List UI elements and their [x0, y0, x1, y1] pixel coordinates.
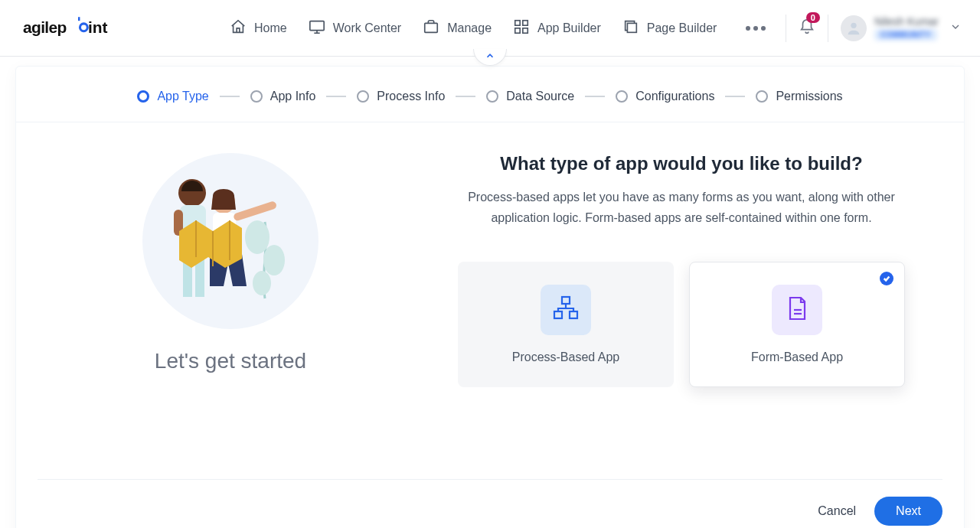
- process-icon: [552, 295, 580, 325]
- step-separator: [456, 96, 475, 97]
- step-configurations[interactable]: Configurations: [616, 90, 714, 103]
- nav-home[interactable]: Home: [230, 18, 287, 38]
- svg-rect-3: [78, 17, 80, 21]
- nav-home-label: Home: [254, 21, 287, 35]
- svg-rect-5: [425, 23, 438, 32]
- nav-more[interactable]: [741, 21, 770, 35]
- user-menu[interactable]: Nilesh Kumar COMMUNITY: [841, 15, 962, 41]
- svg-point-13: [263, 245, 285, 275]
- svg-rect-24: [554, 311, 562, 318]
- step-indicator-icon: [486, 90, 498, 103]
- svg-rect-8: [515, 28, 520, 32]
- step-label: Process Info: [377, 90, 445, 103]
- step-separator: [725, 96, 745, 97]
- user-tag: COMMUNITY: [874, 29, 937, 41]
- svg-rect-22: [233, 200, 277, 221]
- user-name: Nilesh Kumar: [874, 15, 939, 28]
- step-separator: [585, 96, 605, 97]
- copy-icon: [622, 18, 639, 38]
- step-indicator-icon: [756, 90, 768, 103]
- chevron-down-icon: [949, 21, 962, 36]
- svg-point-11: [851, 22, 856, 28]
- nav-app-builder[interactable]: App Builder: [513, 18, 601, 38]
- option-form-based[interactable]: Form-Based App: [689, 262, 905, 387]
- step-separator: [326, 96, 346, 97]
- step-label: App Info: [270, 90, 316, 103]
- step-label: Data Source: [506, 90, 574, 103]
- main-subtitle: Process-based apps let you have as many …: [437, 187, 926, 228]
- illustration: [142, 153, 318, 329]
- svg-rect-7: [523, 20, 528, 24]
- step-indicator-icon: [616, 90, 628, 103]
- grid-icon: [513, 18, 530, 38]
- step-indicator-icon: [250, 90, 263, 103]
- top-navbar: agilep int Home Work Center Manage: [0, 0, 980, 57]
- divider: [786, 15, 786, 42]
- option-form-label: Form-Based App: [751, 350, 843, 364]
- cancel-button[interactable]: Cancel: [818, 497, 856, 526]
- step-process-info[interactable]: Process Info: [357, 90, 445, 103]
- form-icon: [783, 295, 811, 325]
- nav-app-builder-label: App Builder: [537, 21, 601, 35]
- step-data-source[interactable]: Data Source: [486, 90, 574, 103]
- nav-page-builder[interactable]: Page Builder: [622, 18, 717, 38]
- nav-page-builder-label: Page Builder: [647, 21, 717, 35]
- collapse-toggle[interactable]: [473, 49, 507, 66]
- brand-logo[interactable]: agilep int: [23, 16, 145, 41]
- bell-icon: [799, 24, 815, 37]
- svg-rect-6: [515, 20, 520, 24]
- briefcase-icon: [423, 18, 439, 38]
- step-label: App Type: [157, 90, 208, 103]
- step-label: Configurations: [635, 90, 714, 103]
- svg-rect-10: [627, 23, 636, 32]
- svg-point-14: [253, 271, 271, 295]
- nav-items: Home Work Center Manage App Builder Page…: [230, 18, 770, 38]
- svg-point-1: [80, 23, 87, 31]
- svg-rect-25: [570, 311, 577, 318]
- option-process-based[interactable]: Process-Based App: [458, 262, 674, 387]
- step-indicator-icon: [137, 90, 149, 103]
- notifications-button[interactable]: 0: [799, 18, 815, 38]
- selected-check-icon: [880, 272, 893, 285]
- wizard-card: App Type App Info Process Info Data Sour…: [15, 66, 965, 528]
- option-process-label: Process-Based App: [512, 350, 620, 364]
- left-heading: Let's get started: [155, 349, 306, 373]
- svg-point-12: [245, 220, 270, 254]
- monitor-icon: [309, 18, 325, 38]
- step-indicator-icon: [357, 90, 369, 103]
- svg-rect-4: [310, 21, 324, 30]
- next-button[interactable]: Next: [874, 497, 942, 526]
- wizard-footer: Cancel Next: [38, 479, 942, 528]
- svg-text:int: int: [88, 18, 108, 36]
- step-app-info[interactable]: App Info: [250, 90, 316, 103]
- chevron-up-icon: [485, 51, 495, 64]
- step-label: Permissions: [776, 90, 842, 103]
- step-app-type[interactable]: App Type: [137, 90, 208, 103]
- avatar-icon: [841, 15, 867, 41]
- nav-work-center-label: Work Center: [333, 21, 402, 35]
- svg-text:agilep: agilep: [23, 18, 67, 36]
- divider: [828, 15, 828, 42]
- notification-badge: 0: [806, 12, 820, 23]
- nav-work-center[interactable]: Work Center: [309, 18, 402, 38]
- main-title: What type of app would you like to build…: [437, 153, 926, 174]
- wizard-steps: App Type App Info Process Info Data Sour…: [16, 71, 964, 122]
- svg-rect-23: [562, 297, 570, 304]
- step-permissions[interactable]: Permissions: [756, 90, 842, 103]
- nav-manage-label: Manage: [447, 21, 492, 35]
- home-icon: [230, 18, 247, 38]
- svg-rect-9: [523, 28, 528, 32]
- nav-manage[interactable]: Manage: [423, 18, 492, 38]
- step-separator: [220, 96, 240, 97]
